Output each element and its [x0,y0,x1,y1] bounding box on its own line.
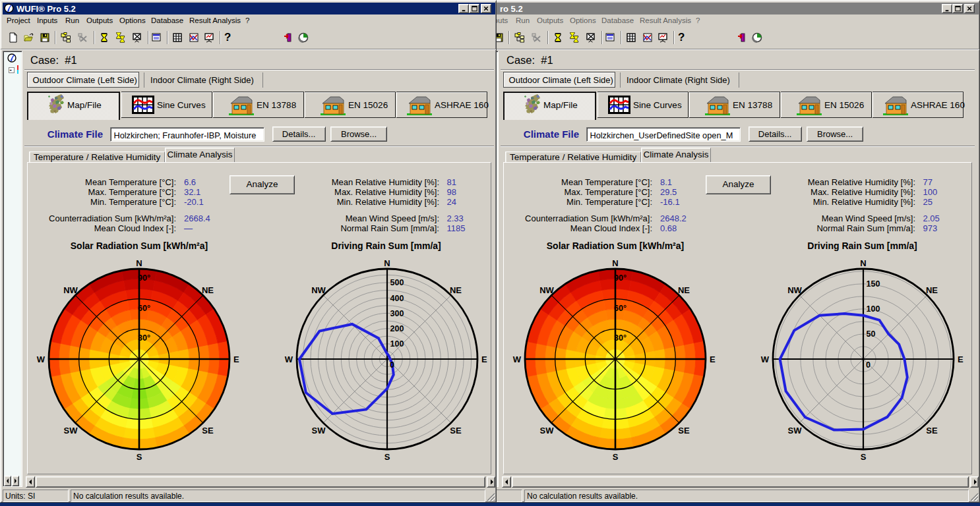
svg-text:S: S [137,452,142,462]
svg-text:SE: SE [450,426,462,436]
svg-text:E: E [958,354,964,364]
svg-text:NW: NW [63,285,78,295]
svg-text:NE: NE [678,285,690,295]
svg-text:W: W [37,354,46,364]
svg-text:S: S [384,452,390,462]
svg-text:SW: SW [64,426,78,436]
svg-text:100: 100 [866,304,880,314]
svg-text:S: S [860,452,866,462]
svg-text:500: 500 [390,278,404,287]
svg-text:N: N [384,258,390,268]
svg-text:W: W [760,354,769,364]
svg-text:90°: 90° [138,273,150,283]
svg-text:SE: SE [926,426,938,436]
svg-text:200: 200 [390,324,404,333]
svg-text:SW: SW [311,426,326,436]
svg-text:NW: NW [539,285,554,295]
svg-text:100: 100 [390,339,404,349]
svg-text:E: E [710,354,716,364]
svg-text:SE: SE [202,426,214,436]
svg-text:0: 0 [866,360,871,370]
svg-text:60°: 60° [614,304,627,313]
svg-text:60°: 60° [138,304,150,313]
svg-text:0: 0 [390,360,394,370]
svg-text:NW: NW [787,285,802,295]
svg-text:E: E [233,354,239,364]
svg-text:NE: NE [449,285,461,295]
svg-text:W: W [513,354,522,364]
svg-text:50: 50 [866,329,875,339]
svg-text:30°: 30° [138,333,150,343]
svg-text:SW: SW [540,426,555,436]
svg-text:NE: NE [202,285,214,295]
svg-text:NE: NE [925,285,937,295]
svg-text:30°: 30° [614,333,627,343]
svg-text:150: 150 [866,279,880,289]
svg-text:E: E [481,354,487,364]
svg-text:300: 300 [390,309,404,318]
svg-text:NW: NW [311,285,326,295]
svg-text:400: 400 [390,294,404,303]
svg-text:W: W [284,354,293,364]
svg-text:90°: 90° [614,273,627,283]
svg-text:SE: SE [678,426,690,436]
svg-text:SW: SW [787,426,802,436]
svg-text:S: S [613,452,619,462]
svg-text:N: N [612,258,618,268]
svg-text:N: N [136,258,142,268]
svg-text:N: N [860,258,866,268]
